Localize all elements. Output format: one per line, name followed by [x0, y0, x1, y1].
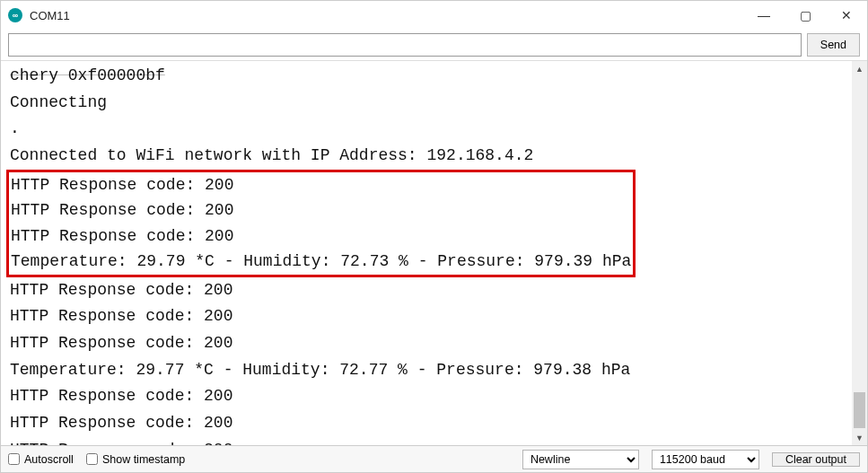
console-line: chery 0xf00000bf — [10, 66, 165, 84]
autoscroll-label: Autoscroll — [24, 453, 74, 466]
autoscroll-input[interactable] — [8, 453, 20, 465]
serial-input[interactable] — [8, 33, 802, 57]
title-bar: ∞ COM11 — ▢ ✕ — [1, 1, 867, 30]
console-line: Connecting — [10, 93, 107, 111]
scroll-down-icon[interactable]: ▼ — [852, 430, 867, 445]
close-button[interactable]: ✕ — [826, 1, 867, 30]
console-line: HTTP Response code: 200 — [10, 414, 232, 432]
footer-bar: Autoscroll Show timestamp Newline 115200… — [1, 445, 867, 472]
console-line: HTTP Response code: 200 — [11, 227, 233, 245]
window-controls: — ▢ ✕ — [743, 1, 867, 30]
serial-console[interactable]: chery 0xf00000bf Connecting . Connected … — [1, 61, 867, 445]
console-line: HTTP Response code: 200 — [11, 176, 233, 194]
console-line: Temperature: 29.77 *C - Humidity: 72.77 … — [10, 361, 630, 379]
maximize-button[interactable]: ▢ — [785, 1, 826, 30]
console-line: Temperature: 29.79 *C - Humidity: 72.73 … — [11, 252, 631, 270]
console-line: HTTP Response code: 200 — [10, 441, 232, 445]
timestamp-label: Show timestamp — [102, 453, 185, 466]
send-row: Send — [1, 30, 867, 60]
console-line: Connected to WiFi network with IP Addres… — [10, 146, 533, 164]
timestamp-input[interactable] — [86, 453, 98, 465]
line-ending-select[interactable]: Newline — [522, 450, 639, 469]
console-line: HTTP Response code: 200 — [10, 281, 232, 299]
autoscroll-checkbox[interactable]: Autoscroll — [8, 453, 74, 466]
console-line: HTTP Response code: 200 — [10, 387, 232, 405]
scroll-up-icon[interactable]: ▲ — [852, 61, 867, 76]
arduino-icon: ∞ — [8, 8, 22, 22]
highlighted-block: HTTP Response code: 200 HTTP Response co… — [6, 170, 636, 277]
clear-output-button[interactable]: Clear output — [772, 452, 860, 467]
timestamp-checkbox[interactable]: Show timestamp — [86, 453, 185, 466]
console-wrap: chery 0xf00000bf Connecting . Connected … — [1, 60, 867, 445]
scroll-track[interactable] — [852, 76, 867, 430]
scroll-thumb[interactable] — [854, 392, 865, 428]
console-line: HTTP Response code: 200 — [11, 201, 233, 219]
scrollbar[interactable]: ▲ ▼ — [852, 61, 867, 445]
console-line: HTTP Response code: 200 — [10, 307, 232, 325]
minimize-button[interactable]: — — [743, 1, 785, 30]
window-title: COM11 — [30, 9, 743, 22]
send-button[interactable]: Send — [807, 33, 860, 57]
console-line: . — [10, 119, 20, 137]
console-line: HTTP Response code: 200 — [10, 334, 232, 352]
baud-select[interactable]: 115200 baud — [652, 450, 759, 469]
